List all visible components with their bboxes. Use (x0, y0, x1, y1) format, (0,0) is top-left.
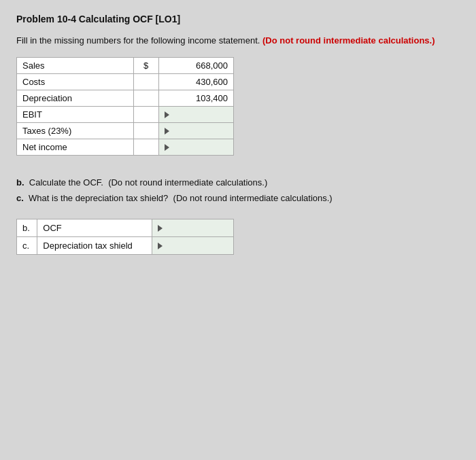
answer-table-row: b.OCF (17, 219, 234, 236)
section-bc: b. Calculate the OCF. (Do not round inte… (16, 176, 460, 205)
income-table-row: Net income (17, 139, 234, 155)
income-label: Sales (17, 57, 134, 73)
answer-table-row: c.Depreciation tax shield (17, 236, 234, 254)
section-b-letter: b. (16, 177, 24, 188)
income-table-row: Depreciation103,400 (17, 90, 234, 106)
income-dollar (133, 106, 158, 122)
page-title: Problem 10-4 Calculating OCF [LO1] (16, 14, 460, 24)
income-dollar (133, 122, 158, 139)
answer-desc: Depreciation tax shield (37, 236, 152, 254)
instructions: Fill in the missing numbers for the foll… (16, 34, 460, 48)
answer-input[interactable] (152, 219, 234, 236)
income-input[interactable] (158, 139, 233, 155)
income-table-row: Costs430,600 (17, 73, 234, 90)
answer-input[interactable] (152, 236, 234, 254)
answer-letter: c. (17, 236, 37, 254)
answer-letter: b. (17, 219, 37, 236)
income-table: Sales$668,000Costs430,600Depreciation103… (16, 57, 234, 156)
answer-desc: OCF (37, 219, 152, 236)
income-dollar (133, 90, 158, 106)
section-c-text: What is the depreciation tax shield? (29, 193, 168, 203)
income-value: 430,600 (158, 73, 233, 90)
income-dollar: $ (133, 57, 158, 73)
section-c-bold: (Do not round intermediate calculations.… (173, 193, 333, 203)
income-value: 103,400 (158, 90, 233, 106)
income-label: Net income (17, 139, 134, 155)
income-value: 668,000 (158, 57, 233, 73)
section-c-letter: c. (16, 193, 24, 203)
income-label: Depreciation (17, 90, 134, 106)
income-dollar (133, 73, 158, 90)
section-b-bold: (Do not round intermediate calculations.… (108, 177, 267, 188)
instructions-bold: (Do not round intermediate calculations.… (262, 35, 435, 46)
income-label: Taxes (23%) (17, 122, 134, 139)
income-label: EBIT (17, 106, 134, 122)
income-table-row: EBIT (17, 106, 234, 122)
income-dollar (133, 139, 158, 155)
section-b-text: Calculate the OCF. (29, 177, 103, 188)
income-input[interactable] (158, 122, 233, 139)
income-input[interactable] (158, 106, 233, 122)
answer-table: b.OCFc.Depreciation tax shield (16, 219, 234, 255)
income-table-row: Sales$668,000 (17, 57, 234, 73)
instructions-plain: Fill in the missing numbers for the foll… (16, 35, 260, 46)
income-label: Costs (17, 73, 134, 90)
income-table-row: Taxes (23%) (17, 122, 234, 139)
